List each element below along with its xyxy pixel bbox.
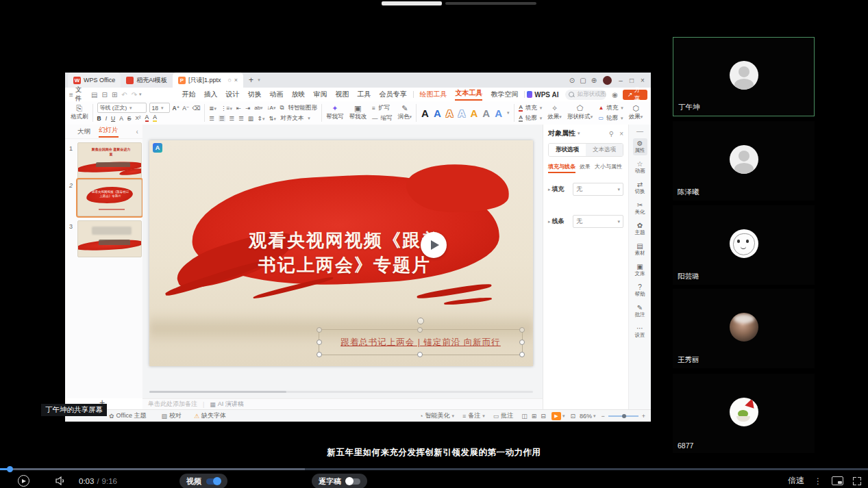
- comments-toggle-button[interactable]: ▭批注: [493, 411, 514, 420]
- wordart-style-2[interactable]: A: [434, 108, 441, 118]
- slideshow-play-button[interactable]: ▶: [551, 412, 561, 420]
- line-expand-icon[interactable]: ▸: [548, 219, 551, 224]
- condense-text-label[interactable]: 缩写: [381, 114, 393, 123]
- selection-handle[interactable]: [317, 352, 322, 357]
- ribbon-tab-drawing-tools[interactable]: 绘图工具: [419, 90, 447, 99]
- ribbon-tab-member[interactable]: 会员专享: [380, 90, 407, 99]
- wordart-style-4[interactable]: A: [458, 108, 466, 118]
- text-fill-label[interactable]: 填充: [525, 104, 537, 112]
- condense-text-icon[interactable]: —: [372, 115, 378, 122]
- tab-document[interactable]: P [只读]1.pptx ○ ×: [173, 73, 243, 88]
- increase-indent-icon[interactable]: ⇥: [245, 105, 250, 112]
- rail-properties[interactable]: ⚙属性: [633, 138, 647, 155]
- rail-theme[interactable]: ✿主题: [633, 220, 647, 237]
- ribbon-tab-review[interactable]: 审阅: [314, 90, 327, 99]
- video-toggle-switch[interactable]: [206, 478, 221, 485]
- slideshow-chevron-icon[interactable]: ▾: [562, 413, 565, 419]
- effect-subtab[interactable]: 效果: [580, 163, 591, 173]
- pin-icon[interactable]: ⚲: [609, 130, 614, 138]
- smart-shape-icon[interactable]: ⧉: [280, 104, 284, 112]
- wordart-more-icon[interactable]: ▾: [507, 110, 510, 116]
- polish-button[interactable]: ✎ 润色▾: [395, 105, 415, 121]
- settings-gear-icon[interactable]: ⊕: [588, 77, 599, 84]
- selection-handle[interactable]: [317, 339, 322, 345]
- rail-help[interactable]: ?帮助: [633, 282, 647, 299]
- pinyin-icon[interactable]: ab▾: [254, 105, 262, 111]
- line-select[interactable]: 无▾: [573, 215, 623, 228]
- save-icon[interactable]: ▤: [91, 91, 97, 99]
- selection-handle[interactable]: [519, 352, 525, 357]
- line-spacing-icon[interactable]: ⇕▾: [258, 115, 265, 122]
- play-pause-button[interactable]: [18, 475, 29, 487]
- properties-chevron-icon[interactable]: ▾: [578, 131, 580, 136]
- ribbon-tab-wps-ai[interactable]: WPS AI: [534, 91, 558, 99]
- progress-bar[interactable]: [0, 468, 868, 470]
- video-toggle-pill[interactable]: 视频: [179, 474, 227, 488]
- font-name-select[interactable]: 等线 (正文)▾: [97, 103, 147, 113]
- fill-expand-icon[interactable]: ▸: [548, 187, 551, 192]
- rail-animation[interactable]: ☆动画: [633, 159, 647, 176]
- tab-close-icon[interactable]: ×: [234, 77, 238, 84]
- ribbon-tab-design[interactable]: 设计: [226, 90, 240, 99]
- format-painter-button[interactable]: ⎘ 格式刷: [68, 105, 91, 121]
- rotate-handle[interactable]: [417, 318, 424, 324]
- notes-bar[interactable]: 单击此处添加备注 | ▦ AI 演讲稿: [142, 398, 543, 409]
- superscript-button[interactable]: X²: [136, 115, 141, 121]
- wordart-style-1[interactable]: A: [421, 108, 429, 118]
- ribbon-tab-slideshow[interactable]: 放映: [292, 90, 306, 99]
- zoom-out-icon[interactable]: −: [601, 413, 604, 420]
- ribbon-tab-teaching[interactable]: 教学空间: [491, 90, 518, 99]
- pip-icon[interactable]: [832, 476, 843, 485]
- normal-view-icon[interactable]: ◫: [521, 413, 528, 420]
- reading-view-icon[interactable]: ⊟: [541, 413, 546, 420]
- shape-options-tab[interactable]: 形状选项: [549, 144, 586, 156]
- tab-docer-template[interactable]: 稻壳AI模板: [121, 73, 173, 88]
- shape-effect-button[interactable]: ⬡ 效果▾: [626, 105, 646, 121]
- ribbon-tab-start[interactable]: 开始: [182, 90, 196, 99]
- playback-speed-button[interactable]: 倍速: [788, 475, 804, 487]
- participant-tile[interactable]: 阳芸璐: [673, 205, 815, 285]
- more-options-icon[interactable]: ⋮: [814, 476, 822, 486]
- quickbar-chevron-icon[interactable]: ▾: [139, 92, 142, 97]
- volume-icon[interactable]: [55, 476, 66, 485]
- italic-button[interactable]: I: [106, 115, 107, 122]
- font-color-button[interactable]: A: [145, 114, 149, 122]
- text-options-tab[interactable]: 文本选项: [586, 144, 623, 156]
- increase-font-icon[interactable]: A⁺: [173, 105, 180, 112]
- participant-tile[interactable]: 丁午坤: [673, 37, 815, 116]
- zoom-chevron-icon[interactable]: ▾: [593, 413, 596, 419]
- fit-slide-icon[interactable]: ⊡: [570, 413, 575, 420]
- rail-transition[interactable]: ⇄切换: [633, 179, 647, 196]
- selection-handle[interactable]: [519, 327, 525, 333]
- bullet-list-icon[interactable]: ≣▾: [209, 105, 216, 112]
- shape-fill-label[interactable]: 填充: [606, 104, 618, 112]
- decrease-indent-icon[interactable]: ⇤: [236, 105, 241, 112]
- workspace-icon[interactable]: ▢: [578, 77, 588, 84]
- ribbon-tab-text-tools[interactable]: 文本工具: [455, 88, 482, 101]
- align-right-icon[interactable]: ☰: [230, 115, 235, 122]
- para-spacing-icon[interactable]: ⇅▾: [269, 115, 276, 122]
- rail-collapse-icon[interactable]: —: [636, 127, 643, 135]
- wordart-style-7[interactable]: A: [495, 108, 502, 118]
- tab-list-chevron-icon[interactable]: ▾: [258, 77, 260, 83]
- eye-protect-icon[interactable]: ◉: [612, 91, 618, 99]
- horizontal-scrollbar[interactable]: [149, 391, 533, 393]
- align-text-label[interactable]: 对齐文本: [280, 114, 303, 123]
- highlight-color-button[interactable]: A: [153, 114, 157, 122]
- justify-icon[interactable]: ☰: [238, 115, 244, 122]
- transcript-toggle-switch[interactable]: [346, 478, 360, 485]
- selection-handle[interactable]: [417, 352, 423, 357]
- bold-button[interactable]: B: [97, 115, 101, 122]
- smart-shape-label[interactable]: 转智能图形: [288, 104, 318, 112]
- slide-thumbnail-2[interactable]: 观看央视网视频《跟着书记上两会》专题片: [77, 179, 142, 216]
- outline-tab[interactable]: 大纲: [77, 127, 90, 136]
- participant-tile[interactable]: 6877: [673, 374, 815, 453]
- selection-handle[interactable]: [417, 327, 423, 333]
- size-prop-subtab[interactable]: 大小与属性: [595, 163, 622, 173]
- ribbon-tab-animation[interactable]: 动画: [270, 90, 284, 99]
- fill-select[interactable]: 无▾: [573, 183, 623, 196]
- collapse-panel-icon[interactable]: ‹: [136, 128, 138, 136]
- share-button[interactable]: ↗ 分享: [623, 90, 647, 100]
- slide-editor[interactable]: A 观看央视网视频《跟着 书记上两会》专题片 跟着总书记上两会 | 锚定前沿 向…: [149, 140, 533, 366]
- slide-title-text[interactable]: 观看央视网视频《跟着 书记上两会》专题片: [190, 228, 499, 277]
